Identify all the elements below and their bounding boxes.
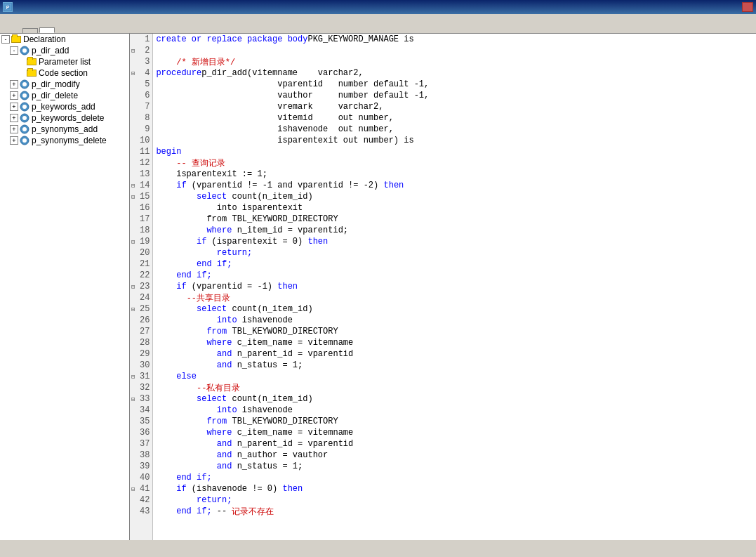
sidebar-label-declaration: Declaration bbox=[23, 34, 66, 44]
code-line-18: where n_item_id = vparentid; bbox=[153, 225, 756, 236]
sidebar-item-p-dir-modify[interactable]: + p_dir_modify bbox=[0, 79, 129, 90]
sidebar-item-p-keywords-delete[interactable]: + p_keywords_delete bbox=[0, 112, 129, 124]
expand-p-keywords-add[interactable]: + bbox=[10, 103, 18, 111]
proc-icon-p-dir-add bbox=[20, 46, 29, 55]
line-number-23: ⊟23 bbox=[130, 281, 152, 292]
sidebar-label-p-keywords-add: p_keywords_add bbox=[32, 102, 95, 112]
code-line-15: select count(n_item_id) bbox=[153, 191, 756, 202]
line-number-16: 16 bbox=[130, 202, 152, 214]
line-number-25: ⊟25 bbox=[130, 303, 152, 315]
code-line-22: end if; bbox=[153, 270, 756, 281]
expand-p-synonyms-add[interactable]: + bbox=[10, 125, 18, 133]
line-number-37: 37 bbox=[130, 438, 152, 450]
collapse-icon-41[interactable]: ⊟ bbox=[131, 485, 135, 493]
sidebar-item-p-synonyms-add[interactable]: + p_synonyms_add bbox=[0, 124, 129, 135]
line-number-14: ⊟14 bbox=[130, 180, 152, 191]
code-line-23: if (vparentid = -1) then bbox=[153, 281, 756, 292]
code-line-26: into ishavenode bbox=[153, 315, 756, 326]
expand-p-dir-add[interactable]: - bbox=[10, 46, 18, 55]
close-button[interactable] bbox=[742, 2, 753, 12]
line-number-43: 43 bbox=[130, 506, 152, 517]
collapse-icon-31[interactable]: ⊟ bbox=[131, 373, 135, 381]
line-number-24: 24 bbox=[130, 292, 152, 303]
line-number-21: 21 bbox=[130, 258, 152, 270]
expand-p-synonyms-delete[interactable]: + bbox=[10, 136, 18, 145]
code-line-19: if (isparentexit = 0) then bbox=[153, 236, 756, 247]
expand-p-dir-modify[interactable]: + bbox=[10, 80, 18, 89]
collapse-icon-15[interactable]: ⊟ bbox=[131, 193, 135, 201]
code-content: create or replace package body PKG_KEYWO… bbox=[153, 34, 756, 540]
folder-icon-param bbox=[27, 57, 37, 67]
line-number-8: 8 bbox=[130, 112, 152, 124]
sidebar: - Declaration - p_dir_add Parameter list… bbox=[0, 34, 130, 540]
code-line-24: --共享目录 bbox=[153, 292, 756, 303]
toolbar-close-button[interactable] bbox=[11, 22, 18, 26]
folder-icon bbox=[11, 34, 21, 44]
code-line-11: begin bbox=[153, 146, 756, 157]
line-number-28: 28 bbox=[130, 337, 152, 348]
code-line-3: /* 新增目录*/ bbox=[153, 56, 756, 67]
svg-point-7 bbox=[22, 93, 27, 98]
code-line-21: end if; bbox=[153, 258, 756, 270]
main-layout: - Declaration - p_dir_add Parameter list… bbox=[0, 34, 756, 540]
code-line-31: else bbox=[153, 371, 756, 382]
code-line-39: and n_status = 1; bbox=[153, 461, 756, 472]
line-number-29: 29 bbox=[130, 348, 152, 360]
sidebar-label-p-dir-add: p_dir_add bbox=[32, 46, 69, 55]
collapse-icon-19[interactable]: ⊟ bbox=[131, 238, 135, 246]
svg-point-5 bbox=[22, 82, 27, 86]
code-line-32: --私有目录 bbox=[153, 382, 756, 393]
folder-icon-code bbox=[27, 68, 37, 78]
sidebar-item-param-list[interactable]: Parameter list bbox=[0, 56, 129, 67]
code-line-1: create or replace package body PKG_KEYWO… bbox=[153, 34, 756, 45]
sidebar-item-p-synonyms-delete[interactable]: + p_synonyms_delete bbox=[0, 135, 129, 146]
sidebar-label-p-dir-delete: p_dir_delete bbox=[32, 91, 78, 100]
code-line-30: and n_status = 1; bbox=[153, 360, 756, 371]
sidebar-item-p-keywords-add[interactable]: + p_keywords_add bbox=[0, 101, 129, 112]
sidebar-item-p-dir-add[interactable]: - p_dir_add bbox=[0, 45, 129, 56]
code-line-25: select count(n_item_id) bbox=[153, 303, 756, 315]
sidebar-item-code-section[interactable]: Code section bbox=[0, 67, 129, 79]
collapse-icon-23[interactable]: ⊟ bbox=[131, 283, 135, 291]
line-number-33: ⊟33 bbox=[130, 393, 152, 405]
tab-procedure[interactable] bbox=[39, 27, 55, 33]
line-number-34: 34 bbox=[130, 405, 152, 416]
svg-point-15 bbox=[22, 138, 27, 143]
line-number-22: 22 bbox=[130, 270, 152, 281]
sidebar-item-declaration[interactable]: - Declaration bbox=[0, 34, 129, 45]
code-line-38: and n_author = vauthor bbox=[153, 450, 756, 461]
collapse-icon-33[interactable]: ⊟ bbox=[131, 395, 135, 403]
expand-declaration[interactable]: - bbox=[1, 35, 10, 44]
collapse-icon-25[interactable]: ⊟ bbox=[131, 306, 135, 313]
collapse-icon-14[interactable]: ⊟ bbox=[131, 182, 135, 190]
line-number-11: 11 bbox=[130, 146, 152, 157]
proc-icon-p-keywords-delete bbox=[20, 113, 29, 123]
sidebar-label-p-synonyms-delete: p_synonyms_delete bbox=[32, 136, 107, 145]
collapse-icon-4[interactable]: ⊟ bbox=[131, 70, 135, 77]
code-line-14: if (vparentid != -1 and vparentid != -2)… bbox=[153, 180, 756, 191]
svg-point-3 bbox=[22, 48, 27, 53]
sidebar-label-param-list: Parameter list bbox=[39, 57, 91, 67]
line-number-30: 30 bbox=[130, 360, 152, 371]
code-line-10: isparentexit out number) is bbox=[153, 135, 756, 146]
sidebar-label-code-section: Code section bbox=[39, 68, 88, 78]
sidebar-item-p-dir-delete[interactable]: + p_dir_delete bbox=[0, 90, 129, 101]
expand-p-keywords-delete[interactable]: + bbox=[10, 114, 18, 122]
line-number-18: 18 bbox=[130, 225, 152, 236]
proc-icon-p-dir-delete bbox=[20, 91, 29, 100]
app-icon: P bbox=[3, 2, 13, 12]
expand-p-dir-delete[interactable]: + bbox=[10, 91, 18, 100]
svg-text:P: P bbox=[6, 5, 10, 10]
collapse-icon-2[interactable]: ⊟ bbox=[131, 47, 135, 55]
line-number-40: 40 bbox=[130, 472, 152, 483]
code-line-34: into ishavenode bbox=[153, 405, 756, 416]
line-number-10: 10 bbox=[130, 135, 152, 146]
line-number-41: ⊟41 bbox=[130, 483, 152, 494]
tab-declaration[interactable] bbox=[22, 28, 38, 33]
code-line-2 bbox=[153, 45, 756, 56]
line-number-2: ⊟2 bbox=[130, 45, 152, 56]
code-line-7: vremark varchar2, bbox=[153, 101, 756, 112]
code-line-37: and n_parent_id = vparentid bbox=[153, 438, 756, 450]
line-number-31: ⊟31 bbox=[130, 371, 152, 382]
sort-button[interactable] bbox=[3, 22, 10, 26]
